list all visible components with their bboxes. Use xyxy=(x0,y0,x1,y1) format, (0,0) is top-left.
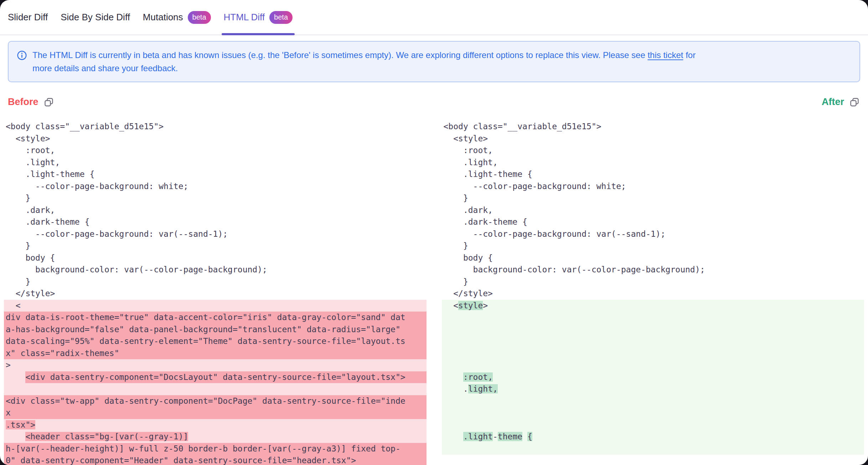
after-label-group: After xyxy=(822,96,859,108)
code-line: } xyxy=(4,192,427,204)
code-line: <header class="bg-[var(--gray-1)] xyxy=(4,431,427,443)
diff-highlight: { xyxy=(527,432,532,441)
code-text: > xyxy=(483,301,488,310)
code-text: </style> xyxy=(6,289,55,298)
copy-icon xyxy=(44,97,54,107)
code-line: --color-page-background: white; xyxy=(442,181,864,193)
code-text: < xyxy=(6,301,21,310)
code-line: .light, xyxy=(442,383,864,395)
code-text xyxy=(6,371,25,383)
code-line: <style> xyxy=(442,300,864,312)
code-line: background-color: var(--color-page-backg… xyxy=(4,264,427,276)
code-text: </style> xyxy=(444,289,493,298)
code-line: <body class="__variable_d51e15"> xyxy=(4,121,427,133)
diff-highlight: <div data-sentry-component="DocsLayout" … xyxy=(25,371,426,383)
tab-html-diff[interactable]: HTML Diff beta xyxy=(224,0,293,35)
code-text: --color-page-background: var(--sand-1); xyxy=(444,229,666,239)
code-line: data-scaling="95%" data-sentry-element="… xyxy=(4,335,427,348)
code-text: } xyxy=(6,241,30,250)
after-pane[interactable]: <body class="__variable_d51e15"> <style>… xyxy=(442,121,864,455)
code-text: .light-theme { xyxy=(6,169,94,179)
code-text: } xyxy=(444,277,468,286)
code-text: > xyxy=(6,360,11,370)
beta-badge: beta xyxy=(188,11,211,24)
ticket-link[interactable]: this ticket xyxy=(647,50,683,60)
tab-side-by-side-diff[interactable]: Side By Side Diff xyxy=(61,0,130,35)
code-line: </style> xyxy=(442,288,864,300)
code-line: } xyxy=(4,240,427,252)
code-line xyxy=(442,443,864,455)
code-line xyxy=(442,359,864,371)
code-line: <div class="tw-app" data-sentry-componen… xyxy=(4,395,427,407)
code-text: . xyxy=(444,384,468,393)
before-label-group: Before xyxy=(8,96,54,108)
code-line: background-color: var(--color-page-backg… xyxy=(442,264,864,276)
code-line: x xyxy=(4,407,427,419)
banner-after-link: for xyxy=(683,50,696,60)
code-text: .dark-theme { xyxy=(444,217,527,226)
code-text: .dark, xyxy=(444,205,493,215)
html-diff-page: Slider Diff Side By Side Diff Mutations … xyxy=(0,0,868,465)
code-line: .dark-theme { xyxy=(4,216,427,228)
code-text: .light, xyxy=(6,158,60,167)
tab-label: Mutations xyxy=(143,12,183,23)
code-line: .light, xyxy=(4,157,427,169)
code-line: :root, xyxy=(442,371,864,383)
code-line: } xyxy=(442,276,864,288)
tab-slider-diff[interactable]: Slider Diff xyxy=(8,0,48,35)
code-text: } xyxy=(444,193,468,203)
diff-highlight: theme xyxy=(498,432,522,441)
code-line: < xyxy=(4,300,427,312)
diff-row: <body class="__variable_d51e15"> <style>… xyxy=(0,121,868,465)
code-line: } xyxy=(4,276,427,288)
code-text: <body class="__variable_d51e15"> xyxy=(6,122,164,131)
tab-label: Slider Diff xyxy=(8,12,48,23)
diff-highlight: :root, xyxy=(463,372,493,382)
code-text: body { xyxy=(6,253,55,262)
code-line: .dark, xyxy=(442,204,864,216)
before-pane[interactable]: <body class="__variable_d51e15"> <style>… xyxy=(4,121,427,465)
code-text: data-scaling="95%" data-sentry-element="… xyxy=(6,336,405,346)
code-text xyxy=(444,372,463,382)
copy-before-button[interactable] xyxy=(44,97,54,107)
tab-mutations[interactable]: Mutations beta xyxy=(143,0,211,35)
banner-line2: more details and share your feedback. xyxy=(32,63,178,73)
code-text: <style> xyxy=(6,134,50,143)
code-text: :root, xyxy=(444,146,493,155)
code-line: --color-page-background: var(--sand-1); xyxy=(442,228,864,240)
deleted-block: <div data-is-root-theme="true" data-acce… xyxy=(4,300,427,465)
code-line: </style> xyxy=(4,288,427,300)
code-text: } xyxy=(6,277,30,286)
code-line xyxy=(442,348,864,360)
copy-after-button[interactable] xyxy=(849,97,859,107)
diff-highlight: light, xyxy=(468,384,498,393)
code-text: x xyxy=(6,408,11,417)
info-icon xyxy=(17,51,27,60)
beta-info-banner: The HTML Diff is currently in beta and h… xyxy=(8,41,860,82)
code-line: h-[var(--header-height)] w-full z-50 bor… xyxy=(4,443,427,455)
code-line xyxy=(442,324,864,336)
code-text: background-color: var(--color-page-backg… xyxy=(6,265,267,274)
code-text: --color-page-background: white; xyxy=(444,182,626,191)
inserted-block: <style> :root, .light, .light-theme { xyxy=(442,300,864,455)
code-text: < xyxy=(444,301,459,310)
code-text: .dark-theme { xyxy=(6,217,89,226)
code-line: .light-theme { xyxy=(442,168,864,181)
code-line: .light, xyxy=(442,157,864,169)
pane-labels-row: Before After xyxy=(8,96,859,108)
code-line: x" class="radix-themes" xyxy=(4,348,427,360)
code-text: a-has-background="false" data-panel-back… xyxy=(6,325,401,334)
code-text: <div class="tw-app" data-sentry-componen… xyxy=(6,396,405,406)
code-text: h-[var(--header-height)] w-full z-50 bor… xyxy=(6,444,401,453)
code-line: .light-theme { xyxy=(442,431,864,443)
beta-badge: beta xyxy=(269,11,293,24)
copy-icon xyxy=(849,97,859,107)
code-text xyxy=(444,432,463,441)
code-line: div data-is-root-theme="true" data-accen… xyxy=(4,312,427,324)
code-line: :root, xyxy=(442,145,864,157)
code-line: a-has-background="false" data-panel-back… xyxy=(4,324,427,336)
banner-text: The HTML Diff is currently in beta and h… xyxy=(32,48,696,75)
code-line: <style> xyxy=(442,133,864,145)
code-line: .dark-theme { xyxy=(442,216,864,228)
diff-highlight: .light xyxy=(463,432,493,441)
